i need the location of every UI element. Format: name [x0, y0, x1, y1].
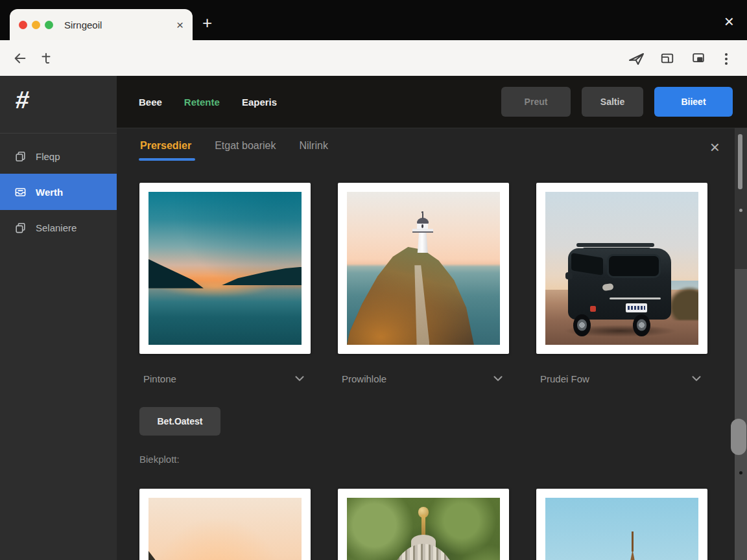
photo-lighthouse-cliff: [347, 192, 500, 345]
copy-icon: [14, 222, 27, 234]
sidebar-item-label: Selaniere: [36, 222, 77, 233]
app-logo: #: [14, 86, 30, 114]
photo-select-prudei-fow[interactable]: Prudei Fow: [536, 367, 707, 390]
file-icon: [14, 150, 27, 163]
panel-tabs: Prersedier Etgat boariek Nilrink: [140, 140, 328, 161]
panel-close-icon[interactable]: ×: [710, 139, 720, 156]
saltie-button[interactable]: Saltie: [582, 87, 643, 117]
browser-toolbar: DedJl àban co 1siôPfeconet: [0, 40, 747, 76]
preut-button[interactable]: Preut: [501, 87, 571, 117]
window-close-icon[interactable]: ×: [724, 13, 734, 30]
scroll-dot: [739, 209, 742, 212]
chevron-down-icon: [689, 371, 704, 386]
photo-card[interactable]: [536, 489, 707, 560]
tab-close-icon[interactable]: ×: [176, 19, 184, 31]
photo-coastal-sunset: [148, 498, 302, 560]
sidebar-item-label: Werth: [36, 187, 63, 198]
inbox-icon: [14, 186, 27, 198]
photo-sunset-lake: [148, 192, 302, 345]
photo-card[interactable]: [139, 183, 311, 354]
tab-nilrink[interactable]: Nilrink: [299, 140, 327, 161]
tab-etgat-boariek[interactable]: Etgat boariek: [215, 140, 276, 161]
app-header: Beee Retente Eaperis Preut Saltie Biieet: [117, 76, 747, 128]
photo-select-prowihlole[interactable]: Prowihlole: [338, 367, 509, 390]
photo-suv-coast-road: [545, 192, 698, 345]
back-arrow-icon[interactable]: [13, 51, 27, 65]
sidebar-divider: [0, 133, 117, 134]
reload-icon[interactable]: [39, 51, 53, 65]
browser-tab-strip: Sirngeoil × + ×: [0, 0, 747, 40]
select-label: Pintone: [143, 373, 292, 384]
select-label: Prowihlole: [342, 373, 491, 384]
nav-link-beee[interactable]: Beee: [139, 97, 162, 108]
chevron-down-icon: [292, 371, 307, 386]
photo-card[interactable]: [536, 183, 707, 354]
scrollbar-thumb[interactable]: [738, 134, 742, 189]
photo-card[interactable]: [139, 489, 311, 560]
sidebar-item-werth[interactable]: Werth: [0, 174, 117, 210]
select-label: Prudei Fow: [540, 373, 689, 384]
scrollbar-track[interactable]: [735, 269, 747, 560]
sidebar: # Fleqp Werth Selaniere: [0, 76, 117, 560]
screen: Sirngeoil × + × DedJl àban co 1siôPfecon…: [0, 0, 747, 560]
traffic-light-red-icon[interactable]: [19, 21, 27, 29]
sidebar-item-label: Fleqp: [36, 151, 60, 162]
photo-card[interactable]: [338, 183, 509, 354]
wallet-icon[interactable]: [659, 51, 676, 65]
kebab-menu-icon[interactable]: [722, 51, 730, 65]
browser-tab[interactable]: Sirngeoil ×: [10, 9, 193, 40]
sidebar-item-selaniere[interactable]: Selaniere: [0, 209, 117, 246]
tab-title: Sirngeoil: [64, 19, 176, 30]
new-tab-button[interactable]: +: [202, 13, 212, 33]
tab-prersedier[interactable]: Prersedier: [140, 140, 191, 161]
bet-oatest-button[interactable]: Bet.Oatest: [139, 407, 220, 436]
traffic-light-yellow-icon[interactable]: [32, 21, 40, 29]
photo-select-pintone[interactable]: Pintone: [139, 367, 311, 390]
photo-garden-dome: [347, 498, 500, 560]
section-label: Biekplott:: [139, 454, 180, 465]
nav-link-eaperis[interactable]: Eaperis: [242, 97, 277, 108]
traffic-light-green-icon[interactable]: [45, 21, 53, 29]
scrollbar-thumb[interactable]: [731, 419, 746, 455]
photo-tower-blue-sky: [545, 498, 698, 560]
main-panel: Prersedier Etgat boariek Nilrink ×: [117, 128, 747, 560]
send-icon[interactable]: [628, 51, 646, 67]
biieet-button[interactable]: Biieet: [654, 87, 733, 117]
nav-link-retente[interactable]: Retente: [184, 97, 220, 108]
scroll-dot: [739, 471, 742, 474]
chevron-down-icon: [491, 371, 505, 386]
photo-card[interactable]: [338, 489, 509, 560]
sidebar-item-fleqp[interactable]: Fleqp: [0, 138, 117, 174]
extensions-icon[interactable]: [690, 51, 707, 65]
header-buttons: Preut Saltie Biieet: [501, 87, 733, 117]
